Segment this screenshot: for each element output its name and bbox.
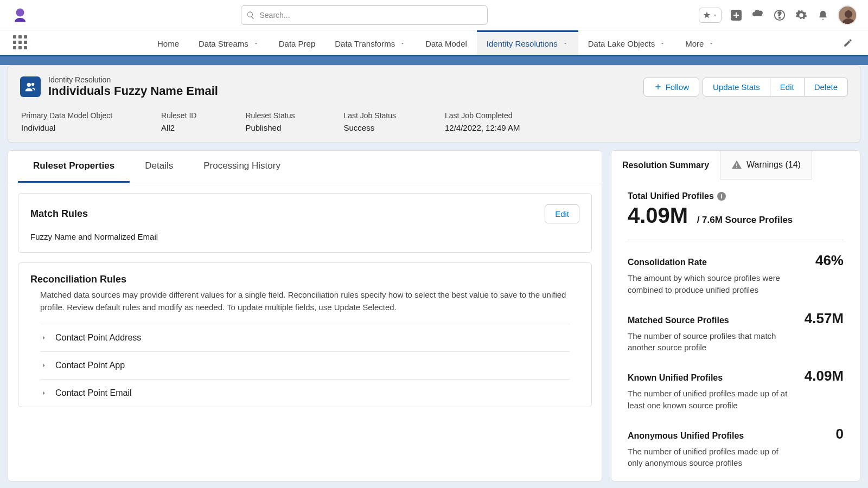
stat-name: Anonymous Unified Profiles (628, 431, 744, 441)
stat-value: 4.57M (805, 310, 844, 327)
tab-processing-history[interactable]: Processing History (188, 151, 296, 183)
follow-button[interactable]: Follow (643, 78, 699, 97)
recon-item-contact-point-app[interactable]: Contact Point App (40, 351, 570, 379)
total-unified-profiles-label: Total Unified Profiles i (628, 191, 844, 201)
stat-description: The number of source profiles that match… (628, 330, 790, 354)
meta-value: 12/4/2022, 12:49 AM (445, 123, 520, 132)
help-icon[interactable] (773, 8, 787, 22)
record-title: Individuals Fuzzy Name Email (48, 84, 218, 98)
recon-item-contact-point-address[interactable]: Contact Point Address (40, 324, 570, 351)
chevron-down-icon (399, 40, 406, 47)
chevron-down-icon (659, 40, 666, 47)
edit-button[interactable]: Edit (770, 78, 805, 97)
identity-resolution-icon (20, 76, 41, 97)
nav-data-transforms[interactable]: Data Transforms (325, 30, 416, 55)
chevron-right-icon (40, 389, 48, 397)
meta-value: Success (343, 123, 396, 132)
stat-description: The number of unified profiles made up o… (628, 446, 790, 470)
stat-name: Consolidation Rate (628, 258, 707, 267)
match-rules-title: Match Rules (30, 208, 88, 220)
chevron-down-icon (708, 40, 714, 47)
nav-data-streams[interactable]: Data Streams (189, 30, 269, 55)
tab-warnings[interactable]: Warnings (14) (720, 151, 812, 179)
add-button[interactable] (729, 8, 743, 22)
meta-label: Last Job Completed (445, 111, 520, 120)
source-profiles-count: / 7.6M Source Profiles (697, 215, 793, 225)
nav-data-prep[interactable]: Data Prep (269, 30, 326, 55)
stat-value: 4.09M (805, 368, 844, 384)
record-header: Identity Resolution Individuals Fuzzy Na… (8, 65, 860, 143)
meta-label: Last Job Status (343, 111, 396, 120)
svg-point-5 (27, 83, 31, 87)
warning-icon (731, 159, 742, 170)
tab-details[interactable]: Details (130, 151, 188, 183)
app-launcher-icon[interactable] (13, 35, 28, 50)
meta-value: Individual (21, 123, 112, 132)
search-icon (246, 11, 255, 20)
favorites-button[interactable] (699, 8, 722, 23)
nav-identity-resolutions[interactable]: Identity Resolutions (477, 30, 578, 55)
edit-match-rules-button[interactable]: Edit (545, 204, 579, 223)
meta-label: Ruleset ID (161, 111, 196, 120)
nav-data-model[interactable]: Data Model (416, 30, 477, 55)
edit-nav-pencil-icon[interactable] (841, 36, 855, 50)
total-unified-profiles-value: 4.09M (628, 203, 688, 228)
meta-label: Ruleset Status (245, 111, 295, 120)
chevron-down-icon (562, 40, 569, 47)
nav-data-lake-objects[interactable]: Data Lake Objects (578, 30, 675, 55)
chevron-right-icon (40, 362, 48, 369)
stat-description: The number of unified profiles made up o… (628, 388, 790, 412)
update-stats-button[interactable]: Update Stats (703, 78, 770, 97)
tab-resolution-summary[interactable]: Resolution Summary (611, 151, 720, 179)
notifications-bell-icon[interactable] (816, 8, 830, 22)
meta-value: Published (245, 123, 295, 132)
stat-name: Known Unified Profiles (628, 373, 723, 383)
svg-point-0 (16, 8, 24, 16)
match-rule-item: Fuzzy Name and Normalized Email (30, 232, 579, 241)
info-icon[interactable]: i (717, 192, 726, 201)
chevron-right-icon (40, 334, 48, 342)
stat-description: The amount by which source profiles were… (628, 272, 790, 296)
nav-home[interactable]: Home (148, 30, 189, 55)
meta-label: Primary Data Model Object (21, 111, 112, 120)
stat-value: 46% (815, 252, 844, 269)
stat-name: Matched Source Profiles (628, 316, 729, 325)
svg-point-6 (31, 83, 35, 86)
nav-more[interactable]: More (675, 30, 724, 55)
chevron-down-icon (253, 40, 259, 47)
search-input[interactable] (241, 5, 488, 25)
tab-ruleset-properties[interactable]: Ruleset Properties (18, 151, 130, 183)
svg-point-3 (845, 10, 852, 18)
stat-value: 0 (836, 426, 844, 442)
recon-item-contact-point-email[interactable]: Contact Point Email (40, 379, 570, 407)
reconciliation-description: Matched data sources may provide differe… (40, 288, 579, 314)
setup-gear-icon[interactable] (794, 8, 808, 22)
record-type-label: Identity Resolution (48, 75, 218, 84)
delete-button[interactable]: Delete (804, 78, 848, 97)
salesforce-icon[interactable] (751, 8, 765, 22)
meta-value: All2 (161, 123, 196, 132)
reconciliation-rules-title: Reconciliation Rules (30, 274, 579, 285)
app-logo[interactable] (11, 6, 29, 24)
user-avatar[interactable] (838, 5, 857, 25)
